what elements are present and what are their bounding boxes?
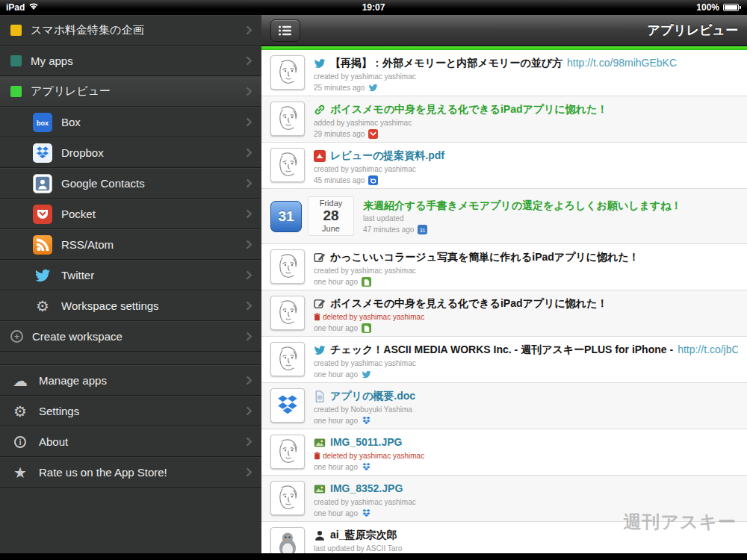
service-twitter-icon — [368, 83, 378, 93]
box-icon: box — [33, 113, 52, 132]
sidebar-item-app-1[interactable]: Dropbox — [0, 137, 261, 168]
feed-item-4[interactable]: かっこいいコラージュ写真を簡単に作れるiPadアプリに惚れた！ created … — [261, 244, 747, 290]
feed-title: アプリの概要.doc — [330, 390, 415, 403]
feed-item-7[interactable]: アプリの概要.doc created by Nobuyuki Yashima o… — [261, 383, 747, 429]
content-header: アプリレビュー — [261, 15, 747, 46]
service-dropbox-icon — [362, 462, 371, 472]
sidebar-item-app-0[interactable]: boxBox — [0, 107, 261, 137]
gear-icon: ⚙ — [33, 296, 52, 316]
feed-meta: created by yashimac yashimac — [314, 498, 738, 506]
app-label: RSS/Atom — [61, 238, 238, 251]
chevron-right-icon — [243, 178, 252, 188]
sidebar-item-rate-us-on-the-app-store[interactable]: ★Rate us on the App Store! — [0, 457, 261, 488]
title-link[interactable]: http://t.co/jbChT — [678, 343, 738, 357]
sidebar-item-app-6[interactable]: ⚙Workspace settings — [0, 290, 261, 321]
feed-time: one hour ago — [314, 509, 358, 517]
sidebar-item-manage-apps[interactable]: ☁Manage apps — [0, 365, 261, 396]
avatar — [270, 435, 305, 469]
feed-time: 45 minutes ago — [314, 176, 365, 184]
avatar — [270, 102, 305, 136]
feed-title: ai_藍原宗次郎 — [330, 529, 397, 542]
sidebar-item-about[interactable]: iAbout — [0, 426, 261, 457]
feed-item-2[interactable]: レビューの提案資料.pdf created by yashimac yashim… — [261, 143, 747, 189]
feed-item-6[interactable]: チェック！ASCII MEDIA WORKS Inc. - 週刊アスキーPLUS… — [261, 337, 747, 383]
feed-time: 29 minutes ago — [314, 130, 365, 138]
feed-meta: last updated by ASCII Taro — [314, 544, 738, 553]
feed-item-9[interactable]: IMG_8352.JPG created by yashimac yashima… — [261, 476, 747, 522]
person-icon — [314, 529, 326, 541]
app-label: Twitter — [61, 269, 238, 281]
avatar — [270, 481, 305, 515]
svg-text:31: 31 — [420, 228, 426, 233]
sidebar-item-settings[interactable]: ⚙Settings — [0, 396, 261, 426]
sidebar-section-gap — [0, 352, 261, 365]
create-workspace-button[interactable]: Create workspace — [0, 321, 261, 352]
feed-time: one hour ago — [314, 278, 358, 286]
list-view-button[interactable] — [270, 19, 300, 42]
feed-meta: created by yashimac yashimac — [314, 72, 738, 81]
feed-meta: created by yashimac yashimac — [314, 267, 738, 275]
footer-label: Rate us on the App Store! — [39, 466, 238, 479]
sidebar-footer: ☁Manage apps ⚙Settings iAbout ★Rate us o… — [0, 365, 261, 488]
sidebar-item-workspace-2[interactable]: アプリレビュー — [0, 76, 261, 107]
svg-text:box: box — [37, 119, 49, 127]
feed-time: 25 minutes ago — [314, 84, 365, 92]
app-label: Box — [61, 116, 238, 128]
service-pocket-icon — [368, 129, 378, 139]
feed-item-10[interactable]: ai_藍原宗次郎 last updated by ASCII Taro one … — [261, 522, 747, 553]
twitter-icon — [33, 266, 52, 285]
date-month: June — [309, 224, 353, 234]
feed-meta: created by Nobuyuki Yashima — [314, 405, 738, 414]
app-list: boxBox Dropbox Google Contacts Pocket RS… — [0, 107, 261, 321]
feed-title: 来週紹介する手書きメモアプリの選定をよろしくお願いしますね！ — [363, 199, 682, 213]
title-link[interactable]: http://t.co/98mihGEbKC — [567, 57, 677, 70]
service-dropbox-icon — [362, 416, 371, 426]
chevron-right-icon — [243, 117, 252, 127]
pdf-icon — [314, 150, 326, 162]
bottom-bezel — [0, 553, 747, 560]
feed-time: one hour ago — [314, 463, 358, 471]
feed-meta: created by yashimac yashimac — [314, 165, 738, 173]
photo-icon — [314, 437, 326, 449]
date-card: Friday 28 June — [308, 196, 354, 236]
avatar — [270, 148, 305, 182]
service-evernote-icon — [362, 323, 371, 333]
avatar — [270, 296, 305, 330]
sidebar-item-app-2[interactable]: Google Contacts — [0, 168, 261, 199]
plus-circle-icon — [10, 330, 23, 343]
workspace-color-chip — [10, 55, 22, 66]
feed-item-5[interactable]: ボイスメモの中身を見える化できるiPadアプリに惚れた！ deleted by … — [261, 290, 747, 337]
chevron-right-icon — [243, 270, 252, 280]
workspace-label: My apps — [31, 55, 238, 67]
chevron-right-icon — [243, 467, 252, 477]
page-title: アプリレビュー — [648, 22, 738, 39]
google-contacts-icon — [33, 174, 52, 193]
feed-time: one hour ago — [314, 324, 358, 332]
feed-item-1[interactable]: ボイスメモの中身を見える化できるiPadアプリに惚れた！ added by ya… — [261, 96, 747, 143]
chevron-right-icon — [243, 240, 252, 249]
sidebar-item-workspace-1[interactable]: My apps — [0, 46, 261, 76]
avatar — [270, 342, 305, 376]
list-icon — [278, 25, 293, 37]
workspace-color-chip — [10, 25, 22, 36]
sidebar: スマホ料金特集の企画 My apps アプリレビュー boxBox Dropbo… — [0, 15, 261, 553]
service-dropbox-icon — [362, 508, 371, 518]
chevron-right-icon — [243, 56, 252, 66]
sidebar-item-app-4[interactable]: RSS/Atom — [0, 229, 261, 260]
sidebar-item-app-3[interactable]: Pocket — [0, 199, 261, 229]
feed-item-0[interactable]: 【再掲】：外部メモリーと内部メモリーの並び方 http://t.co/98mih… — [261, 50, 747, 96]
feed-item-3[interactable]: 31 Friday 28 June 来週紹介する手書きメモアプリの選定をよろしく… — [261, 189, 747, 244]
photo-icon — [314, 483, 326, 495]
feed-title: レビューの提案資料.pdf — [330, 149, 444, 163]
ipad-screen: iPad 19:07 100% スマホ料金特集の企画 My apps アプリレビ… — [0, 0, 747, 560]
avatar-dropbox — [270, 388, 305, 423]
pocket-icon — [33, 205, 52, 224]
app-label: Workspace settings — [61, 299, 238, 312]
sidebar-item-workspace-0[interactable]: スマホ料金特集の企画 — [0, 15, 261, 46]
footer-label: Settings — [39, 405, 238, 417]
compose-icon — [314, 252, 326, 264]
feed-meta: last updated — [363, 214, 738, 223]
feed-item-8[interactable]: IMG_5011.JPG deleted by yashimac yashima… — [261, 429, 747, 476]
sidebar-item-app-5[interactable]: Twitter — [0, 260, 261, 290]
chevron-right-icon — [243, 332, 252, 341]
